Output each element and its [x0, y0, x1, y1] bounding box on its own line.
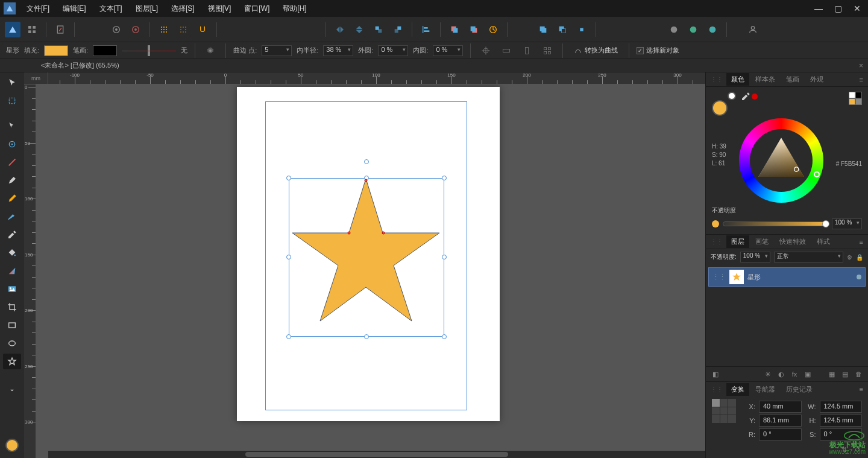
tab-swatches[interactable]: 样本条	[750, 73, 780, 86]
h-input[interactable]: 124.5 mm	[820, 415, 863, 427]
pencil-tool[interactable]	[3, 191, 21, 206]
color-wheel[interactable]	[739, 118, 823, 203]
handle-bl[interactable]	[286, 334, 291, 339]
inner-radius-input[interactable]: 38 %	[323, 45, 353, 56]
reset-transform-icon[interactable]: ↺	[852, 445, 862, 454]
reset-box-icon[interactable]	[485, 22, 501, 37]
align-left-icon[interactable]	[418, 22, 434, 37]
more-tools-icon[interactable]	[3, 383, 21, 398]
handle-ml[interactable]	[286, 255, 291, 259]
bool-intersect-icon[interactable]	[574, 22, 590, 37]
document-tab[interactable]: <未命名> [已修改] (65.5%)	[36, 60, 124, 71]
menu-text[interactable]: 文本[T]	[93, 1, 128, 16]
color-picker-icon[interactable]	[741, 92, 750, 101]
point-transform-tool[interactable]	[3, 136, 21, 152]
handle-tl[interactable]	[286, 176, 291, 180]
persona-designer-icon[interactable]	[5, 22, 20, 37]
menu-view[interactable]: 视图[V]	[202, 1, 237, 16]
scrollbar-horizontal[interactable]	[48, 451, 705, 458]
add-fx-icon[interactable]: ◐	[776, 369, 786, 379]
pen-tool[interactable]	[3, 173, 21, 188]
bool-add-icon[interactable]	[535, 22, 551, 37]
node-tool[interactable]	[3, 118, 21, 134]
preferences2-icon[interactable]	[128, 22, 143, 37]
ruler-horizontal[interactable]: -100-50050100150200250300	[48, 72, 705, 84]
layer-lock-icon[interactable]: 🔒	[856, 254, 863, 261]
tab-appearance[interactable]: 外观	[805, 73, 828, 86]
add-fx2-icon[interactable]: fx	[790, 369, 799, 379]
outer-circle-input[interactable]: 0 %	[378, 45, 408, 56]
ellipse-tool[interactable]	[3, 336, 21, 351]
delete-layer-icon[interactable]: 🗑	[854, 369, 863, 379]
quick-swatches[interactable]	[849, 92, 862, 105]
tab-styles[interactable]: 样式	[812, 235, 835, 248]
add-adjustment-icon[interactable]: ☀	[763, 369, 773, 379]
insert-target-icon[interactable]	[666, 22, 682, 37]
snap-magnet-icon[interactable]	[195, 22, 210, 37]
y-input[interactable]: 86.1 mm	[759, 415, 802, 427]
snap-grid-icon[interactable]	[156, 22, 172, 37]
handle-tr[interactable]	[442, 176, 447, 180]
account-icon[interactable]	[745, 22, 761, 37]
preferences-icon[interactable]	[108, 22, 124, 37]
minimize-button[interactable]: —	[811, 2, 826, 14]
shape-point-right[interactable]	[382, 232, 385, 235]
transform-panel-menu-icon[interactable]: ≡	[855, 386, 868, 393]
tab-history[interactable]: 历史记录	[781, 383, 817, 396]
link-dimensions-icon[interactable]: ⇅	[839, 445, 849, 454]
viewport[interactable]	[36, 84, 705, 458]
stroke-width-preview[interactable]	[122, 45, 176, 56]
insert-inside-icon[interactable]	[685, 22, 701, 37]
layer-item-star[interactable]: ⋮⋮ 星形	[708, 267, 866, 287]
tab-brushes[interactable]: 画笔	[750, 235, 773, 248]
artboard-tool[interactable]	[3, 93, 21, 109]
convert-curves-icon[interactable]: 转换为曲线	[570, 43, 621, 59]
menu-file[interactable]: 文件[F]	[20, 1, 55, 16]
menu-window[interactable]: 窗口[W]	[238, 1, 275, 16]
clip-icon[interactable]: ▣	[803, 369, 813, 379]
grid-manager-icon[interactable]	[24, 22, 40, 37]
doc-setup-icon[interactable]	[52, 22, 68, 37]
star-tool[interactable]	[3, 354, 21, 369]
fill-swatch[interactable]	[44, 45, 68, 56]
add-layer-icon[interactable]: ▤	[840, 369, 850, 379]
inner-circle-input[interactable]: 0 %	[433, 45, 463, 56]
layer-settings-icon[interactable]: ⚙	[847, 254, 852, 261]
layer-opacity-input[interactable]: 100 %	[740, 252, 770, 262]
w-input[interactable]: 124.5 mm	[820, 401, 863, 413]
anchor-point-grid[interactable]	[712, 399, 736, 423]
transparency-tool[interactable]	[3, 263, 21, 279]
menu-layer[interactable]: 图层[L]	[130, 1, 164, 16]
arrange-forward-icon[interactable]	[466, 22, 482, 37]
tab-transform[interactable]: 变换	[726, 383, 749, 396]
opacity-slider[interactable]	[723, 221, 828, 226]
move-tool[interactable]	[3, 75, 21, 91]
menu-edit[interactable]: 编辑[E]	[57, 1, 92, 16]
eyedropper-tool[interactable]	[3, 227, 21, 243]
select-new-checkbox[interactable]: ✓ 选择新对象	[637, 46, 679, 55]
shape-point-left[interactable]	[348, 232, 351, 235]
maximize-button[interactable]: ▢	[831, 2, 845, 14]
fg-bg-swatches[interactable]	[712, 92, 736, 116]
arrange-back-icon[interactable]	[447, 22, 462, 37]
align-right-icon[interactable]	[519, 43, 535, 59]
tab-layers[interactable]: 图层	[726, 235, 749, 248]
close-tab-icon[interactable]: ×	[859, 62, 863, 70]
rectangle-tool[interactable]	[3, 317, 21, 333]
layers-panel-menu-icon[interactable]: ≡	[855, 238, 868, 246]
tab-navigator[interactable]: 导航器	[750, 383, 780, 396]
r-input[interactable]: 0 °	[759, 428, 802, 441]
layer-visibility-icon[interactable]	[857, 275, 861, 279]
shape-point-top[interactable]	[365, 179, 368, 182]
menu-select[interactable]: 选择[S]	[165, 1, 201, 16]
flip-h-icon[interactable]	[332, 22, 348, 37]
tab-effects[interactable]: 快速特效	[775, 235, 811, 248]
add-pixel-layer-icon[interactable]: ▦	[827, 369, 837, 379]
ruler-corner[interactable]: mm	[24, 72, 48, 84]
current-color-chip[interactable]	[5, 439, 19, 452]
hue-ring-handle[interactable]	[814, 171, 820, 177]
close-button[interactable]: ✕	[850, 2, 864, 14]
bool-subtract-icon[interactable]	[555, 22, 570, 37]
handle-br[interactable]	[442, 334, 447, 339]
corner-tool[interactable]	[3, 154, 21, 170]
